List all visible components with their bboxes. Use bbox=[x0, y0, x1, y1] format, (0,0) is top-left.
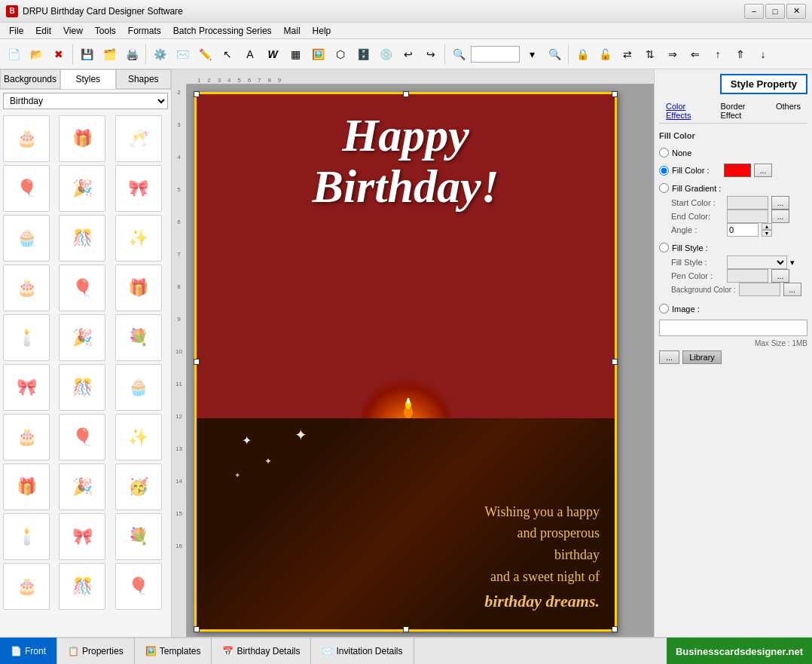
end-color-browse-button[interactable]: ... bbox=[771, 210, 789, 223]
db1-button[interactable]: 🗄️ bbox=[353, 44, 374, 65]
menu-mail[interactable]: Mail bbox=[278, 23, 307, 39]
up-button[interactable]: ↑ bbox=[707, 44, 728, 65]
open-button[interactable]: 📂 bbox=[26, 44, 47, 65]
flip-h-button[interactable]: ⇄ bbox=[617, 44, 638, 65]
handle-tl[interactable] bbox=[194, 91, 200, 97]
background-color-field[interactable] bbox=[739, 283, 780, 296]
angle-down-button[interactable]: ▼ bbox=[762, 230, 772, 237]
canvas-area[interactable]: 1 2 3 4 5 6 7 8 9 2345678910111213141516 bbox=[172, 69, 654, 637]
list-item[interactable]: 🎉 bbox=[59, 165, 105, 212]
pencil-button[interactable]: ✏️ bbox=[194, 44, 215, 65]
tab-invitation-details[interactable]: ✉️ Invitation Details bbox=[311, 638, 414, 664]
category-select[interactable]: Birthday bbox=[3, 93, 168, 109]
maximize-button[interactable]: □ bbox=[765, 4, 785, 19]
save2-button[interactable]: 🗂️ bbox=[99, 44, 120, 65]
handle-mr[interactable] bbox=[612, 359, 618, 365]
menu-edit[interactable]: Edit bbox=[29, 23, 57, 39]
background-color-browse-button[interactable]: ... bbox=[783, 283, 801, 296]
minimize-button[interactable]: − bbox=[744, 4, 764, 19]
handle-tr[interactable] bbox=[612, 91, 618, 97]
list-item[interactable]: 🎀 bbox=[115, 165, 162, 212]
pen-color-browse-button[interactable]: ... bbox=[771, 269, 789, 283]
list-item[interactable]: 🎀 bbox=[59, 513, 105, 560]
menu-batch[interactable]: Batch Processing Series bbox=[167, 23, 278, 39]
list-item[interactable]: 🎊 bbox=[59, 215, 105, 262]
fill-gradient-radio[interactable] bbox=[659, 183, 669, 193]
handle-br[interactable] bbox=[612, 626, 618, 632]
pen-color-field[interactable] bbox=[727, 269, 768, 283]
tab-styles[interactable]: Styles bbox=[60, 69, 115, 89]
list-item[interactable]: 🥂 bbox=[115, 115, 162, 162]
forward-button[interactable]: ⇑ bbox=[730, 44, 751, 65]
menu-help[interactable]: Help bbox=[307, 23, 337, 39]
undo-button[interactable]: ↩ bbox=[398, 44, 419, 65]
list-item[interactable]: 💐 bbox=[115, 314, 162, 361]
angle-up-button[interactable]: ▲ bbox=[762, 223, 772, 230]
list-item[interactable]: 🎈 bbox=[59, 265, 105, 311]
list-item[interactable]: ✨ bbox=[115, 414, 162, 461]
list-item[interactable]: 🎈 bbox=[3, 165, 50, 212]
list-item[interactable]: 🎁 bbox=[115, 265, 162, 311]
list-item[interactable]: 🎉 bbox=[59, 314, 105, 361]
thumbnail-area[interactable]: 🎂 🎁 🥂 🎈 🎉 🎀 🧁 🎊 ✨ 🎂 🎈 🎁 🕯️ 🎉 💐 🎀 🎊 🧁 🎂 bbox=[0, 112, 171, 637]
fill-none-radio[interactable] bbox=[659, 148, 669, 158]
tab-shapes[interactable]: Shapes bbox=[116, 69, 171, 89]
handle-bm[interactable] bbox=[403, 626, 409, 632]
image-browse-button[interactable]: ... bbox=[659, 350, 679, 364]
print-button[interactable]: 🖨️ bbox=[121, 44, 142, 65]
down-button[interactable]: ↓ bbox=[752, 44, 774, 65]
list-item[interactable]: 🎈 bbox=[59, 414, 105, 461]
text-button[interactable]: A bbox=[240, 44, 261, 65]
list-item[interactable]: 🎂 bbox=[3, 563, 50, 610]
cursor-button[interactable]: ↖ bbox=[217, 44, 238, 65]
library-button[interactable]: Library bbox=[682, 350, 722, 364]
list-item[interactable]: 🥳 bbox=[115, 464, 162, 510]
list-item[interactable]: 🎉 bbox=[59, 464, 105, 510]
db2-button[interactable]: 💿 bbox=[375, 44, 396, 65]
list-item[interactable]: 🎊 bbox=[59, 563, 105, 610]
tab-backgrounds[interactable]: Backgrounds bbox=[0, 69, 60, 89]
email-button[interactable]: ✉️ bbox=[172, 44, 193, 65]
list-item[interactable]: 🕯️ bbox=[3, 513, 50, 560]
list-item[interactable]: 🎀 bbox=[3, 364, 50, 411]
close-button[interactable]: ✕ bbox=[786, 4, 806, 19]
zoom-in-button[interactable]: 🔍 bbox=[448, 44, 469, 65]
flip-v-button[interactable]: ⇅ bbox=[640, 44, 661, 65]
list-item[interactable]: 🎂 bbox=[3, 115, 50, 162]
list-item[interactable]: 🧁 bbox=[3, 215, 50, 262]
distribute-button[interactable]: ⇐ bbox=[685, 44, 706, 65]
angle-input[interactable] bbox=[727, 223, 759, 237]
zoom-out-button[interactable]: 🔍 bbox=[544, 44, 565, 65]
tab-templates[interactable]: 🖼️ Templates bbox=[135, 638, 212, 664]
save-button[interactable]: 💾 bbox=[76, 44, 97, 65]
tab-border-effect[interactable]: Border Effect bbox=[713, 99, 769, 123]
redo-button[interactable]: ↪ bbox=[420, 44, 441, 65]
delete-button[interactable]: ✖ bbox=[48, 44, 69, 65]
zoom-input[interactable]: 200% bbox=[471, 46, 520, 63]
zoom-dropdown-button[interactable]: ▾ bbox=[521, 44, 542, 65]
start-color-field[interactable] bbox=[727, 196, 768, 210]
settings-button[interactable]: ⚙️ bbox=[149, 44, 170, 65]
end-color-field[interactable] bbox=[727, 210, 768, 223]
list-item[interactable]: 💐 bbox=[115, 513, 162, 560]
list-item[interactable]: 🎈 bbox=[115, 563, 162, 610]
tab-others[interactable]: Others bbox=[769, 99, 807, 123]
align-button[interactable]: ⇒ bbox=[662, 44, 683, 65]
style-property-button[interactable]: Style Property bbox=[720, 74, 807, 94]
image-path-input[interactable] bbox=[659, 320, 807, 336]
list-item[interactable]: 🎁 bbox=[59, 115, 105, 162]
menu-tools[interactable]: Tools bbox=[89, 23, 122, 39]
list-item[interactable]: 🎁 bbox=[3, 464, 50, 510]
menu-file[interactable]: File bbox=[3, 23, 29, 39]
fill-style-radio[interactable] bbox=[659, 243, 669, 252]
wordart-button[interactable]: W bbox=[262, 44, 283, 65]
fill-color-browse-button[interactable]: ... bbox=[754, 164, 772, 177]
lock2-button[interactable]: 🔓 bbox=[594, 44, 615, 65]
barcode-button[interactable]: ▦ bbox=[285, 44, 306, 65]
handle-tm[interactable] bbox=[403, 91, 409, 97]
menu-formats[interactable]: Formats bbox=[122, 23, 167, 39]
list-item[interactable]: 🕯️ bbox=[3, 314, 50, 361]
tab-properties[interactable]: 📋 Properties bbox=[57, 638, 135, 664]
list-item[interactable]: 🎊 bbox=[59, 364, 105, 411]
handle-bl[interactable] bbox=[194, 626, 200, 632]
